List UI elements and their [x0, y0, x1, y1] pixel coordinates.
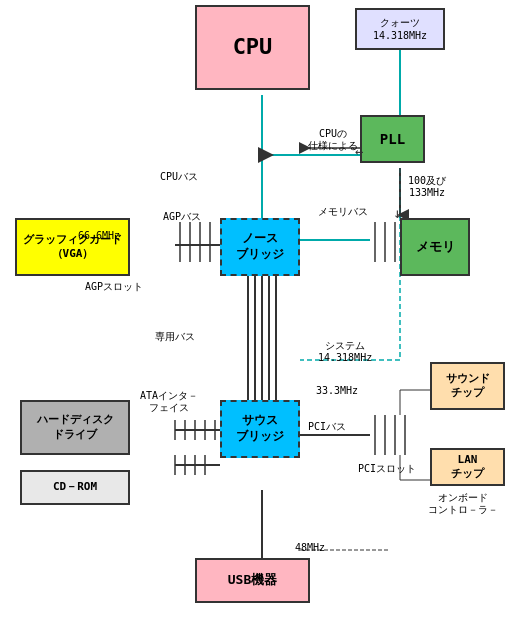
- label-cpuspec: CPUの仕様による: [308, 128, 358, 152]
- label-agpbus: AGPバス: [163, 210, 201, 224]
- southbridge-box: サウスブリッジ: [220, 400, 300, 458]
- cpu-box: CPU: [195, 5, 310, 90]
- label-onboard: オンボードコントロ－ラ－: [428, 492, 498, 516]
- sound-box: サウンドチップ: [430, 362, 505, 410]
- northbridge-box: ノースブリッジ: [220, 218, 300, 276]
- label-freq66: 66.6MHz: [78, 230, 120, 241]
- diagram: CPU クォーツ14.318MHz PLL ノースブリッジ メモリ グラッフィク…: [0, 0, 529, 632]
- label-pcislot: PCIスロット: [358, 462, 416, 476]
- label-cpubus: CPUバス: [160, 170, 198, 184]
- label-freq100133: 100及び133MHz: [408, 175, 446, 199]
- label-freq48: 48MHz: [295, 542, 325, 553]
- label-ataif: ATAインタ－フェイス: [140, 390, 198, 414]
- label-membus: メモリバス: [318, 205, 368, 219]
- connection-lines: [0, 0, 529, 632]
- pll-box: PLL: [360, 115, 425, 163]
- arrow-down-pll: ↓: [393, 205, 401, 221]
- graphics-box: グラッフィクカード（VGA）: [15, 218, 130, 276]
- arrow-left-cpuspec: ←: [355, 143, 363, 159]
- label-freq333: 33.3MHz: [316, 385, 358, 396]
- hdd-box: ハードディスクドライブ: [20, 400, 130, 455]
- cdrom-box: CD－ROM: [20, 470, 130, 505]
- memory-box: メモリ: [400, 218, 470, 276]
- label-agpslot: AGPスロット: [85, 280, 143, 294]
- usb-box: USB機器: [195, 558, 310, 603]
- label-system14: システム14.318MHz: [318, 340, 372, 364]
- lan-box: LANチップ: [430, 448, 505, 486]
- label-pcibus: PCIバス: [308, 420, 346, 434]
- quartz-box: クォーツ14.318MHz: [355, 8, 445, 50]
- label-dedicatedbus: 専用バス: [155, 330, 195, 344]
